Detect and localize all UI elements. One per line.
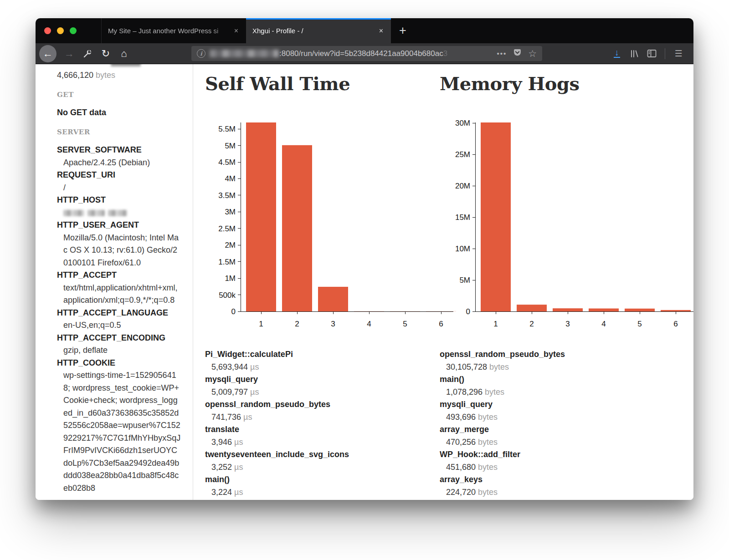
toolbar-divider bbox=[665, 48, 665, 59]
svg-text:2: 2 bbox=[529, 320, 534, 328]
bar-1[interactable] bbox=[481, 122, 511, 311]
svg-text:3M: 3M bbox=[225, 208, 236, 216]
server-key: HTTP_ACCEPT_ENCODING bbox=[57, 332, 181, 345]
svg-text:500k: 500k bbox=[219, 291, 236, 300]
new-tab-button[interactable]: + bbox=[391, 18, 415, 43]
svg-text:2: 2 bbox=[295, 320, 299, 328]
chart-title: Memory Hogs bbox=[440, 73, 693, 95]
server-key: HTTP_COOKIE bbox=[57, 357, 181, 370]
function-name: mysqli_query bbox=[205, 373, 435, 386]
bar-2[interactable] bbox=[517, 305, 547, 311]
memory-hogs-section: Memory Hogs 05M10M15M20M25M30M123456 ope… bbox=[440, 73, 693, 499]
address-bar[interactable]: i :8080/run/view?id=5b238d84421aa9004b68… bbox=[191, 46, 542, 61]
page-actions-icon[interactable]: ••• bbox=[497, 50, 507, 57]
server-key: HTTP_ACCEPT bbox=[57, 269, 181, 282]
svg-text:5M: 5M bbox=[459, 276, 470, 285]
function-value: 470,256 bytes bbox=[446, 436, 693, 449]
server-value: Apache/2.4.25 (Debian) bbox=[63, 157, 181, 169]
download-tray bbox=[614, 57, 620, 58]
svg-text:30M: 30M bbox=[455, 119, 470, 127]
svg-text:4: 4 bbox=[367, 320, 371, 328]
bookmark-star-icon[interactable]: ☆ bbox=[528, 48, 537, 59]
get-section-heading: GET bbox=[57, 89, 181, 102]
tab-close-icon[interactable]: × bbox=[230, 26, 242, 36]
function-name: main() bbox=[205, 473, 435, 486]
reload-button[interactable]: ↻ bbox=[97, 45, 115, 62]
minimize-window-button[interactable] bbox=[57, 27, 64, 34]
bar-4[interactable] bbox=[589, 309, 619, 311]
function-name: twentyseventeen_include_svg_icons bbox=[205, 448, 435, 461]
menu-button[interactable]: ☰ bbox=[670, 45, 687, 62]
svg-text:20M: 20M bbox=[455, 182, 470, 190]
svg-text:4: 4 bbox=[601, 320, 606, 328]
site-info-icon[interactable]: i bbox=[197, 49, 205, 58]
bar-3[interactable] bbox=[553, 308, 583, 311]
tab-close-icon[interactable]: × bbox=[375, 26, 387, 36]
redacted-blur bbox=[108, 210, 127, 216]
svg-text:2M: 2M bbox=[225, 241, 236, 249]
function-value: 741,736 µs bbox=[211, 411, 435, 424]
function-value: 224,720 bytes bbox=[446, 486, 693, 499]
sidebar-toggle-icon[interactable] bbox=[643, 45, 660, 62]
svg-text:4.5M: 4.5M bbox=[218, 158, 236, 167]
server-key: HTTP_ACCEPT_LANGUAGE bbox=[57, 307, 181, 320]
svg-text:3: 3 bbox=[331, 320, 335, 328]
server-key: SERVER_SOFTWARE bbox=[57, 144, 181, 157]
pocket-icon[interactable] bbox=[513, 48, 522, 59]
svg-text:6: 6 bbox=[673, 320, 678, 328]
function-name: openssl_random_pseudo_bytes bbox=[205, 398, 435, 411]
svg-text:2.5M: 2.5M bbox=[218, 224, 236, 233]
wrench-icon[interactable] bbox=[78, 45, 97, 62]
svg-text:15M: 15M bbox=[455, 213, 470, 222]
server-value: gzip, deflate bbox=[63, 344, 181, 357]
svg-text:5.5M: 5.5M bbox=[218, 125, 236, 133]
tab-xhgui-profile[interactable]: Xhgui - Profile - / × bbox=[246, 18, 391, 43]
downloads-button[interactable]: ↓ bbox=[608, 45, 626, 62]
bar-6[interactable] bbox=[661, 310, 691, 311]
profile-sidebar: 4,666,120 bytes GET No GET data SERVER S… bbox=[36, 64, 193, 500]
forward-button[interactable]: → bbox=[60, 45, 78, 62]
close-window-button[interactable] bbox=[44, 27, 51, 34]
back-button[interactable]: ← bbox=[39, 45, 56, 62]
server-value: en-US,en;q=0.5 bbox=[63, 319, 181, 332]
server-key: HTTP_USER_AGENT bbox=[57, 219, 181, 232]
function-name: Pi_Widget::calculatePi bbox=[205, 348, 435, 361]
server-value: text/html,application/xhtml+xml,applicat… bbox=[63, 282, 181, 307]
tab-title: My Site – Just another WordPress si bbox=[108, 27, 230, 35]
home-button[interactable]: ⌂ bbox=[115, 45, 133, 62]
svg-text:5M: 5M bbox=[225, 142, 236, 150]
library-icon[interactable] bbox=[626, 45, 643, 62]
function-value: 30,105,728 bytes bbox=[446, 361, 693, 374]
chart-area: 05M10M15M20M25M30M123456 bbox=[440, 116, 693, 331]
no-get-data-message: No GET data bbox=[57, 107, 181, 119]
clipped-line-fragment bbox=[111, 64, 141, 66]
self-wall-time-chart: 0500k1M1.5M2M2.5M3M3.5M4M4.5M5M5.5M12345… bbox=[209, 116, 464, 331]
browser-window: My Site – Just another WordPress si × Xh… bbox=[36, 18, 693, 500]
bar-2[interactable] bbox=[282, 145, 312, 311]
server-value: Mozilla/5.0 (Macintosh; Intel Mac OS X 1… bbox=[63, 232, 181, 270]
svg-text:3: 3 bbox=[565, 320, 570, 328]
chart-title: Self Wall Time bbox=[205, 73, 435, 95]
bar-3[interactable] bbox=[318, 287, 348, 311]
function-name: WP_Hook::add_filter bbox=[440, 448, 693, 461]
bar-1[interactable] bbox=[246, 122, 276, 311]
desktop-background: My Site – Just another WordPress si × Xh… bbox=[0, 0, 729, 560]
zoom-window-button[interactable] bbox=[70, 27, 77, 34]
function-name: array_merge bbox=[440, 423, 693, 436]
function-value: 3,224 µs bbox=[211, 486, 435, 499]
page-content: 4,666,120 bytes GET No GET data SERVER S… bbox=[36, 64, 693, 500]
function-value: 493,696 bytes bbox=[446, 411, 693, 424]
tab-title: Xhgui - Profile - / bbox=[252, 27, 375, 35]
bar-5[interactable] bbox=[625, 309, 655, 311]
svg-text:1: 1 bbox=[259, 320, 263, 328]
function-value: 3,252 µs bbox=[211, 461, 435, 474]
server-value: wp-settings-time-1=1529056418; wordpress… bbox=[63, 369, 181, 494]
peak-memory-value: 4,666,120 bytes bbox=[57, 69, 181, 82]
svg-text:3.5M: 3.5M bbox=[218, 191, 236, 200]
server-key: REQUEST_URI bbox=[57, 169, 181, 182]
svg-text:0: 0 bbox=[231, 307, 236, 316]
function-value: 1,078,296 bytes bbox=[446, 386, 693, 399]
svg-text:5: 5 bbox=[637, 320, 642, 328]
tab-wordpress-site[interactable]: My Site – Just another WordPress si × bbox=[101, 18, 246, 43]
server-value: / bbox=[63, 182, 181, 194]
